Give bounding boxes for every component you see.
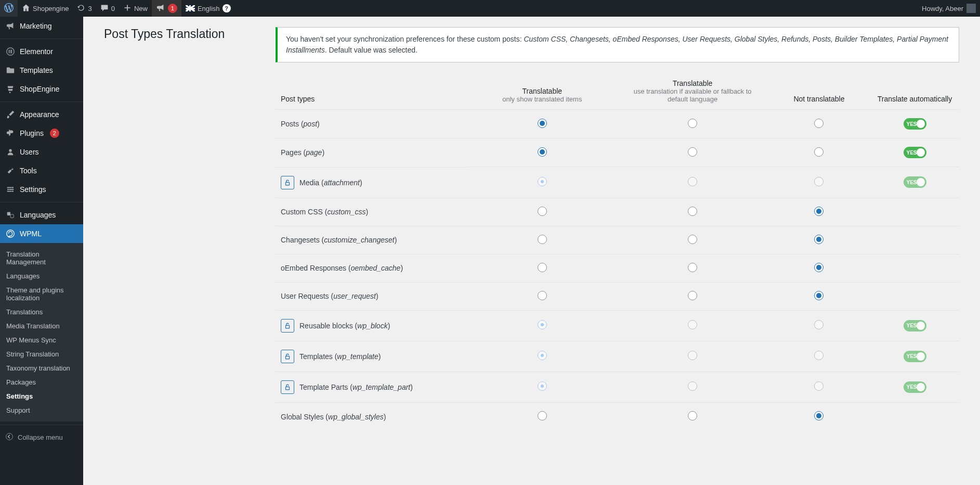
language-switcher[interactable]: English ?: [181, 0, 235, 17]
updates-link[interactable]: 3: [73, 0, 96, 17]
radio-translatable-fallback[interactable]: [688, 119, 697, 128]
sidebar-label: ShopEngine: [20, 85, 59, 93]
svg-rect-16: [286, 182, 290, 185]
radio-not-translatable[interactable]: [814, 207, 824, 216]
radio-cell: [467, 198, 617, 226]
radio-translatable-only[interactable]: [538, 263, 547, 272]
admin-toolbar: Shopengine 3 0 New 1 English ? Howdy, Ab…: [0, 0, 980, 17]
radio-translatable-fallback[interactable]: [688, 263, 697, 272]
radio-translatable-fallback[interactable]: [688, 147, 697, 157]
submenu-settings[interactable]: Settings: [0, 389, 83, 403]
toolbar-account[interactable]: Howdy, Abeer: [922, 4, 980, 13]
svg-rect-2: [10, 50, 12, 51]
svg-rect-13: [10, 214, 14, 218]
site-name-link[interactable]: Shopengine: [18, 0, 73, 17]
radio-not-translatable[interactable]: [814, 411, 824, 420]
sidebar-item-languages[interactable]: Languages: [0, 206, 83, 224]
sidebar-item-shopengine[interactable]: ShopEngine: [0, 80, 83, 98]
submenu-media-translation[interactable]: Media Translation: [0, 319, 83, 333]
radio-not-translatable[interactable]: [814, 291, 824, 300]
submenu-packages[interactable]: Packages: [0, 375, 83, 389]
submenu-string-translation[interactable]: String Translation: [0, 347, 83, 361]
radio-cell: [768, 198, 870, 226]
translate-auto-toggle: YES: [904, 351, 926, 362]
new-content-link[interactable]: New: [119, 0, 152, 17]
row-label-cell: Changesets (customize_changeset): [276, 226, 467, 254]
svg-rect-4: [10, 53, 12, 54]
radio-translatable-fallback[interactable]: [688, 235, 697, 244]
th-not-translatable: Not translatable: [768, 73, 870, 110]
new-label: New: [134, 5, 148, 12]
row-label-cell: Media (attachment): [276, 167, 467, 198]
sidebar-label: Users: [20, 148, 39, 156]
radio-not-translatable[interactable]: [814, 147, 824, 157]
wpml-submenu: Translation Management Languages Theme a…: [0, 243, 83, 422]
radio-translatable-fallback[interactable]: [688, 291, 697, 300]
sidebar-label: Elementor: [20, 47, 53, 56]
svg-point-10: [7, 189, 9, 190]
sync-notice: You haven't set your synchronization pre…: [276, 27, 959, 62]
radio-translatable-only: [538, 177, 547, 186]
submenu-translations[interactable]: Translations: [0, 305, 83, 319]
radio-not-translatable[interactable]: [814, 119, 824, 128]
table-row: oEmbed Responses (oembed_cache): [276, 254, 959, 282]
toggle-label: YES: [907, 323, 917, 328]
radio-cell: [617, 226, 767, 254]
radio-translatable-fallback[interactable]: [688, 207, 697, 216]
brush-icon: [5, 109, 16, 120]
row-label-cell: Posts (post): [276, 110, 467, 138]
radio-translatable-only[interactable]: [538, 291, 547, 300]
toggle-cell: YES: [870, 372, 959, 403]
translate-auto-toggle[interactable]: YES: [904, 118, 926, 130]
radio-cell: [467, 167, 617, 198]
submenu-languages[interactable]: Languages: [0, 269, 83, 283]
radio-not-translatable: [814, 320, 824, 329]
sidebar-item-plugins[interactable]: Plugins 2: [0, 124, 83, 143]
submenu-support[interactable]: Support: [0, 403, 83, 417]
sidebar-item-wpml[interactable]: WPML: [0, 224, 83, 243]
megaphone-icon: [5, 21, 16, 31]
sidebar-label: Settings: [20, 185, 46, 194]
radio-translatable-fallback: [688, 351, 697, 360]
radio-cell: [467, 282, 617, 310]
radio-translatable-only[interactable]: [538, 147, 547, 157]
svg-rect-1: [9, 50, 10, 53]
notifications-link[interactable]: 1: [152, 0, 181, 17]
submenu-translation-management[interactable]: Translation Management: [0, 247, 83, 269]
radio-cell: [768, 110, 870, 138]
translate-auto-toggle: YES: [904, 381, 926, 393]
sidebar-item-elementor[interactable]: Elementor: [0, 42, 83, 61]
radio-not-translatable[interactable]: [814, 263, 824, 272]
radio-translatable-only[interactable]: [538, 119, 547, 128]
radio-translatable-fallback: [688, 177, 697, 186]
plugin-icon: [5, 128, 16, 138]
row-label: Reusable blocks (wp_block): [299, 322, 390, 330]
sidebar-item-tools[interactable]: Tools: [0, 161, 83, 180]
radio-translatable-only[interactable]: [538, 411, 547, 420]
row-label: oEmbed Responses (oembed_cache): [281, 264, 403, 272]
radio-translatable-only: [538, 320, 547, 329]
svg-rect-12: [7, 212, 10, 215]
sidebar-item-settings[interactable]: Settings: [0, 180, 83, 199]
collapse-menu[interactable]: Collapse menu: [0, 428, 83, 446]
toggle-label: YES: [907, 353, 917, 359]
radio-translatable-only: [538, 381, 547, 391]
submenu-theme-plugins[interactable]: Theme and plugins localization: [0, 283, 83, 305]
submenu-taxonomy-translation[interactable]: Taxonomy translation: [0, 361, 83, 375]
radio-translatable-only[interactable]: [538, 235, 547, 244]
radio-not-translatable[interactable]: [814, 235, 824, 244]
radio-translatable-fallback[interactable]: [688, 411, 697, 420]
sidebar-item-appearance[interactable]: Appearance: [0, 105, 83, 124]
radio-cell: [768, 254, 870, 282]
radio-cell: [467, 254, 617, 282]
wp-logo[interactable]: [0, 0, 18, 17]
wordpress-icon: [4, 3, 14, 14]
submenu-wp-menus-sync[interactable]: WP Menus Sync: [0, 333, 83, 347]
sidebar-item-marketing[interactable]: Marketing: [0, 17, 83, 35]
radio-translatable-only[interactable]: [538, 207, 547, 216]
translate-auto-toggle[interactable]: YES: [904, 147, 926, 158]
sidebar-item-users[interactable]: Users: [0, 143, 83, 161]
comments-link[interactable]: 0: [96, 0, 119, 17]
sidebar-item-templates[interactable]: Templates: [0, 61, 83, 80]
page-title: Post Types Translation: [104, 27, 255, 41]
